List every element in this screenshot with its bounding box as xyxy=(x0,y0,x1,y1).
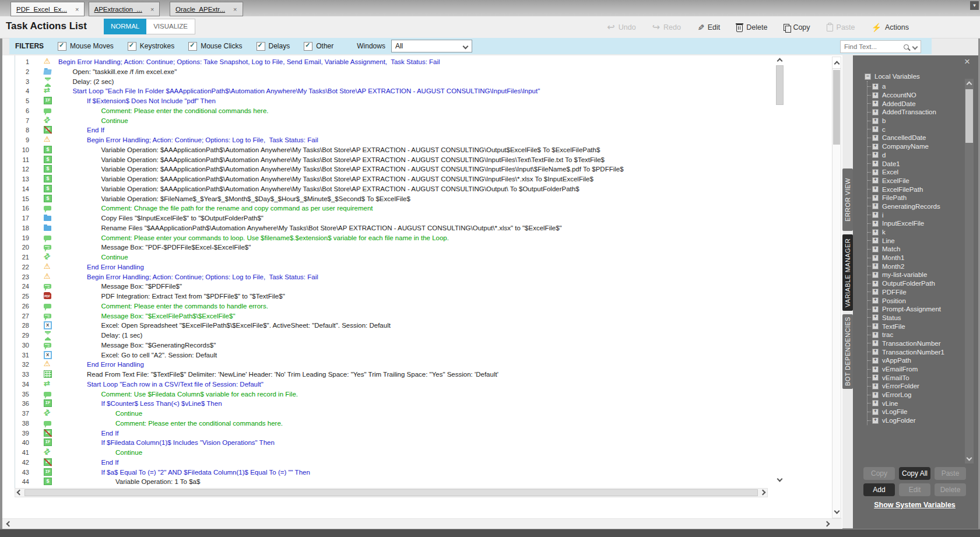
filter-mouse-moves[interactable]: Mouse Moves xyxy=(58,42,114,51)
expand-icon[interactable]: + xyxy=(872,237,879,244)
side-tab-variable-manager[interactable]: VARIABLE MANAGER xyxy=(842,234,853,311)
expand-icon[interactable]: + xyxy=(872,366,879,373)
variable-item[interactable]: +InputExcelFile xyxy=(867,219,944,228)
list-scroll-left-icon[interactable] xyxy=(17,490,23,496)
variable-item[interactable]: +OutputFolderPath xyxy=(867,279,944,288)
action-row[interactable]: 6Comment: Please enter the conditional c… xyxy=(2,106,842,116)
action-row[interactable]: 29Delay: (1 sec) xyxy=(2,331,842,341)
variable-item[interactable]: +AddedDate xyxy=(867,99,944,108)
show-system-variables-link[interactable]: Show System Variables xyxy=(863,501,966,509)
find-text-input[interactable] xyxy=(841,43,904,51)
expand-icon[interactable]: + xyxy=(872,135,879,141)
expand-icon[interactable]: + xyxy=(872,246,879,252)
panel-scroll-down-icon[interactable] xyxy=(834,508,840,514)
action-row[interactable]: 30Message Box: "$GeneratingRecords$" xyxy=(2,341,842,350)
action-row[interactable]: 42End If xyxy=(2,458,842,468)
action-row[interactable]: 5If $Extension$ Does Not Include "pdf" T… xyxy=(2,96,842,106)
action-row[interactable]: 17Copy Files "$InputExcelFile$" to "$Out… xyxy=(2,213,842,223)
action-row[interactable]: 14Variable Operation: $AAApplicationPath… xyxy=(2,184,842,194)
variable-item[interactable]: +vEmailFrom xyxy=(867,365,944,374)
variable-item[interactable]: +trac xyxy=(867,331,944,339)
expand-icon[interactable]: + xyxy=(872,92,879,99)
expand-icon[interactable]: + xyxy=(872,118,879,124)
list-scroll-right-icon[interactable] xyxy=(760,490,766,496)
side-tab-error-view[interactable]: ERROR VIEW xyxy=(842,169,853,231)
action-row[interactable]: 27Message Box: "$ExcelFilePath$\$ExcelFi… xyxy=(2,311,842,321)
tree-scrollbar-thumb[interactable] xyxy=(965,89,973,143)
action-row[interactable]: 38Comment: Please enter the conditional … xyxy=(2,419,842,429)
expand-icon[interactable]: + xyxy=(872,272,879,278)
copy-all-variable-button[interactable]: Copy All xyxy=(899,467,930,480)
variable-item[interactable]: +TransactionNumber xyxy=(867,339,944,348)
action-row[interactable]: 36If $Counter$ Less Than(<) $vLine$ Then xyxy=(2,399,842,409)
close-icon[interactable]: × xyxy=(964,57,970,66)
document-tab[interactable]: Oracle_APExtr...× xyxy=(170,2,243,16)
expand-icon[interactable]: + xyxy=(872,126,879,132)
action-row[interactable]: 35Comment: Use $Filedata Column$ variabl… xyxy=(2,389,842,399)
action-row[interactable]: 20Message Box: "PDF-$PDFFile$Excel-$Exce… xyxy=(2,243,842,252)
expand-icon[interactable]: + xyxy=(872,306,879,313)
delete-button[interactable]: Delete xyxy=(736,23,767,32)
variable-item[interactable]: +TransactionNumber1 xyxy=(867,348,944,356)
variable-item[interactable]: +FilePath xyxy=(867,194,944,202)
action-row[interactable]: 7Continue xyxy=(2,116,842,126)
normal-mode-button[interactable]: NORMAL xyxy=(104,19,146,34)
expand-icon[interactable]: + xyxy=(872,349,879,355)
action-row[interactable]: 41Continue xyxy=(2,448,842,458)
action-row[interactable]: 33Read From Text File: "$TextFile$" Deli… xyxy=(2,370,842,380)
filter-delays[interactable]: Delays xyxy=(257,42,290,51)
variable-item[interactable]: +k xyxy=(867,228,944,237)
action-row[interactable]: 44Variable Operation: 1 To $a$ xyxy=(2,477,842,487)
action-row[interactable]: 9Begin Error Handling; Action: Continue;… xyxy=(2,135,842,145)
variable-item[interactable]: +CompanyName xyxy=(867,142,944,151)
visualize-mode-button[interactable]: VISUALIZE xyxy=(146,19,195,34)
expand-icon[interactable]: + xyxy=(872,280,879,287)
windows-dropdown[interactable]: All xyxy=(391,40,472,52)
variable-item[interactable]: +vEmailTo xyxy=(867,373,944,382)
action-row[interactable]: 23Begin Error Handling; Action: Continue… xyxy=(2,272,842,282)
expand-icon[interactable]: + xyxy=(872,220,879,227)
expand-icon[interactable]: + xyxy=(872,374,879,381)
checkbox-checked-icon[interactable] xyxy=(188,42,197,51)
action-row[interactable]: 10Variable Operation: $AAApplicationPath… xyxy=(2,145,842,155)
action-row[interactable]: 18Rename Files "$AAApplicationPath$\Auto… xyxy=(2,223,842,233)
variable-item[interactable]: +Line xyxy=(867,236,944,245)
list-horizontal-scrollbar[interactable] xyxy=(15,488,768,497)
action-row[interactable]: 4Start Loop "Each File In Folder $AAAppl… xyxy=(2,86,842,96)
expand-icon[interactable]: + xyxy=(872,212,879,218)
expand-icon[interactable]: + xyxy=(872,177,879,184)
variable-item[interactable]: +my-list-variable xyxy=(867,271,944,279)
variable-item[interactable]: +Match xyxy=(867,245,944,254)
action-row[interactable]: 8End If xyxy=(2,125,842,135)
action-row[interactable]: 25PDF Integration: Extract Text from "$P… xyxy=(2,292,842,301)
find-text-box[interactable] xyxy=(840,40,921,53)
variable-item[interactable]: +Status xyxy=(867,314,944,322)
expand-icon[interactable]: + xyxy=(872,392,879,398)
action-row[interactable]: 28Excel: Open Spreadsheet "$ExcelFilePat… xyxy=(2,321,842,331)
expand-icon[interactable]: + xyxy=(872,314,879,321)
expand-icon[interactable]: + xyxy=(872,255,879,261)
tree-scrollbar[interactable] xyxy=(965,79,974,464)
action-row[interactable]: 26Comment: Please enter the commands to … xyxy=(2,301,842,311)
variable-item[interactable]: +vAppPath xyxy=(867,356,944,365)
expand-icon[interactable]: + xyxy=(872,195,879,201)
expand-icon[interactable]: + xyxy=(872,143,879,150)
expand-icon[interactable]: + xyxy=(872,400,879,406)
expand-icon[interactable]: + xyxy=(872,357,879,364)
variable-item[interactable]: +ExcelFile xyxy=(867,177,944,185)
action-row[interactable]: 32End Error Handling xyxy=(2,360,842,370)
variable-item[interactable]: +Month2 xyxy=(867,262,944,271)
checkbox-checked-icon[interactable] xyxy=(304,42,312,51)
variable-item[interactable]: +ExcelFilePath xyxy=(867,185,944,194)
variable-item[interactable]: +Month1 xyxy=(867,254,944,262)
action-row[interactable]: 21Continue xyxy=(2,252,842,262)
collapse-icon[interactable]: − xyxy=(865,73,871,80)
variable-item[interactable]: +vLine xyxy=(867,399,944,408)
checkbox-checked-icon[interactable] xyxy=(257,42,265,51)
action-row[interactable]: 12Variable Operation: $AAApplicationPath… xyxy=(2,164,842,174)
tree-scroll-down-icon[interactable] xyxy=(967,455,972,461)
expand-icon[interactable]: + xyxy=(872,229,879,236)
variable-item[interactable]: +Position xyxy=(867,296,944,305)
variable-item[interactable]: +GeneratingRecords xyxy=(867,202,944,211)
variable-item[interactable]: +Prompt-Assignment xyxy=(867,305,944,314)
